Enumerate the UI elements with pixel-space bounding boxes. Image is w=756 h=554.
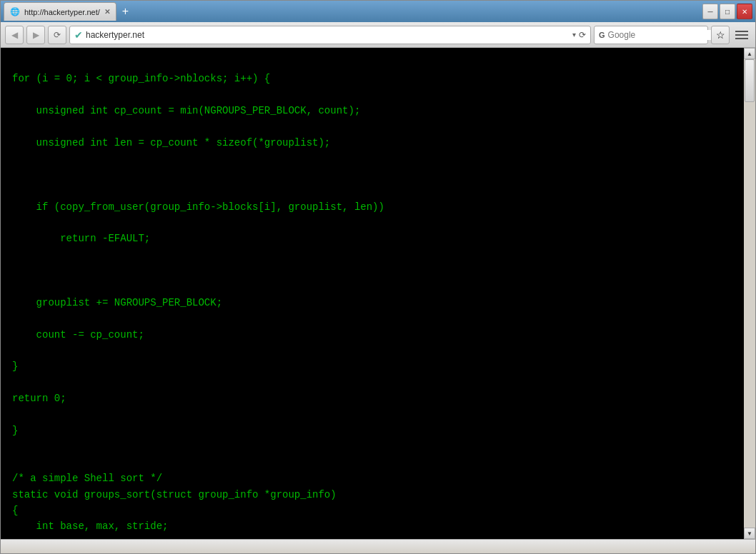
search-bar-container: G 🔍 <box>594 26 708 44</box>
bookmarks-button[interactable]: ☆ <box>711 26 730 44</box>
scroll-down-button[interactable]: ▼ <box>744 528 755 539</box>
back-button[interactable]: ◀ <box>5 26 24 44</box>
scroll-track <box>744 59 755 528</box>
security-icon: ✔ <box>74 29 83 41</box>
maximize-button[interactable]: □ <box>720 4 735 19</box>
code-content: for (i = 0; i < group_info->nblocks; i++… <box>12 55 732 539</box>
address-refresh-icon: ⟳ <box>579 30 586 40</box>
menu-line-1 <box>735 31 748 32</box>
search-logo: G <box>599 31 605 39</box>
back-icon: ◀ <box>11 30 18 40</box>
browser-tab[interactable]: 🌐 http://hackertyper.net/ ✕ <box>4 2 116 21</box>
search-input[interactable] <box>608 30 715 40</box>
dropdown-icon: ▾ <box>572 31 576 39</box>
minimize-button[interactable]: ─ <box>702 4 718 19</box>
title-bar: 🌐 http://hackertyper.net/ ✕ + ─ □ ✕ <box>1 1 755 22</box>
menu-button[interactable] <box>732 26 751 44</box>
browser-window: 🌐 http://hackertyper.net/ ✕ + ─ □ ✕ ◀ ▶ … <box>0 0 756 554</box>
menu-line-3 <box>735 38 748 39</box>
address-bar-container: ✔ ▾ ⟳ <box>69 26 591 44</box>
code-display[interactable]: for (i = 0; i < group_info->nblocks; i++… <box>1 48 744 539</box>
scroll-up-button[interactable]: ▲ <box>744 48 755 59</box>
forward-icon: ▶ <box>33 30 39 40</box>
menu-line-2 <box>735 34 748 36</box>
scroll-thumb[interactable] <box>745 59 755 102</box>
refresh-button[interactable]: ⟳ <box>48 26 66 44</box>
close-button[interactable]: ✕ <box>737 4 752 19</box>
scrollbar[interactable]: ▲ ▼ <box>744 48 755 539</box>
tab-close-button[interactable]: ✕ <box>104 8 110 16</box>
new-tab-button[interactable]: + <box>119 6 131 17</box>
status-bar <box>1 539 755 553</box>
address-input[interactable] <box>86 30 570 40</box>
tab-label: http://hackertyper.net/ <box>24 8 100 16</box>
navigation-bar: ◀ ▶ ⟳ ✔ ▾ ⟳ G 🔍 ☆ <box>1 22 755 48</box>
tab-favicon: 🌐 <box>10 7 20 16</box>
window-controls: ─ □ ✕ <box>702 4 752 19</box>
refresh-icon: ⟳ <box>54 30 61 40</box>
forward-button[interactable]: ▶ <box>26 26 45 44</box>
bookmarks-icon: ☆ <box>716 29 725 41</box>
content-area: for (i = 0; i < group_info->nblocks; i++… <box>1 48 755 539</box>
title-bar-left: 🌐 http://hackertyper.net/ ✕ + <box>4 2 702 21</box>
